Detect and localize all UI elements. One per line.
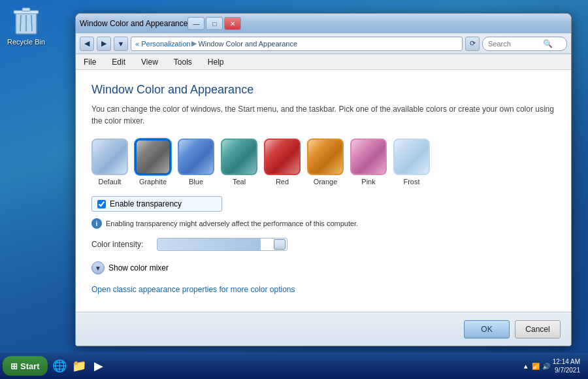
svg-line-5	[31, 15, 32, 31]
breadcrumb-root[interactable]: « Personalization	[135, 40, 190, 48]
recycle-bin-label: Recycle Bin	[7, 38, 45, 46]
mixer-arrow-icon: ▼	[91, 261, 105, 274]
description: You can change the color of windows, the…	[91, 103, 555, 127]
swatch-label-blue: Blue	[189, 178, 203, 186]
swatch-teal[interactable]	[221, 139, 257, 175]
menu-edit[interactable]: Edit	[109, 56, 128, 68]
start-button[interactable]: ⊞ Start	[3, 356, 48, 376]
menu-help[interactable]: Help	[205, 56, 227, 68]
title-bar-text: Window Color and Appearance	[80, 19, 188, 28]
address-bar: ◀ ▶ ▼ « Personalization ▶ Window Color a…	[76, 33, 571, 54]
desktop: Recycle Bin Window Color and Appearance …	[0, 0, 588, 379]
swatch-label-frost: Frost	[403, 178, 419, 186]
show-mixer-label: Show color mixer	[108, 263, 169, 272]
search-box: 🔍	[482, 37, 567, 51]
title-bar: Window Color and Appearance — □ ✕	[76, 14, 571, 33]
clock-time: 12:14 AM	[553, 357, 580, 366]
menu-file[interactable]: File	[81, 56, 99, 68]
intensity-track	[157, 239, 261, 250]
main-window: Window Color and Appearance — □ ✕ ◀ ▶ ▼ …	[75, 13, 572, 346]
close-button[interactable]: ✕	[224, 17, 241, 30]
menu-bar: File Edit View Tools Help	[76, 54, 571, 70]
breadcrumb-separator: ▶	[191, 39, 197, 48]
swatch-frost[interactable]	[393, 139, 430, 175]
forward-button[interactable]: ▶	[97, 37, 111, 51]
transparency-checkbox[interactable]	[97, 200, 106, 208]
refresh-button[interactable]: ⟳	[465, 37, 480, 51]
svg-rect-2	[22, 8, 30, 11]
swatch-label-default: Default	[99, 178, 122, 186]
swatch-label-orange: Orange	[314, 178, 338, 186]
taskbar-items: 🌐 📁 ▶	[50, 357, 515, 375]
swatch-item-blue[interactable]: Blue	[178, 139, 214, 186]
tray-icon-volume: 🔊	[542, 363, 550, 370]
breadcrumb-current: Window Color and Appearance	[198, 40, 297, 48]
cancel-button[interactable]: Cancel	[515, 320, 561, 338]
intensity-thumb[interactable]	[274, 239, 286, 250]
classic-link[interactable]: Open classic appearance properties for m…	[91, 285, 295, 294]
swatch-label-pink: Pink	[361, 178, 375, 186]
intensity-slider[interactable]	[157, 238, 287, 251]
clock: 12:14 AM 9/7/2021	[553, 357, 580, 374]
taskbar-ie-icon[interactable]: 🌐	[50, 357, 69, 375]
title-bar-buttons: — □ ✕	[188, 17, 241, 30]
intensity-row: Color intensity:	[91, 238, 555, 251]
swatch-red[interactable]	[264, 139, 301, 175]
swatch-pink[interactable]	[350, 139, 387, 175]
system-tray: ▲ 📶 🔊 12:14 AM 9/7/2021	[517, 357, 585, 374]
transparency-label: Enable transparency	[110, 199, 182, 208]
taskbar: ⊞ Start 🌐 📁 ▶ ▲ 📶 🔊 12:14 AM 9/7/2021	[0, 353, 588, 379]
ok-button[interactable]: OK	[464, 320, 510, 338]
search-input[interactable]	[488, 40, 540, 48]
swatch-item-red[interactable]: Red	[264, 139, 301, 186]
breadcrumb: « Personalization ▶ Window Color and App…	[131, 37, 463, 51]
recycle-bin-icon[interactable]: Recycle Bin	[7, 7, 46, 46]
tray-icon-network: 📶	[532, 363, 540, 370]
swatch-item-teal[interactable]: Teal	[221, 139, 257, 186]
svg-line-3	[20, 15, 21, 31]
intensity-label: Color intensity:	[91, 240, 150, 249]
swatch-label-red: Red	[276, 178, 289, 186]
transparency-row[interactable]: Enable transparency	[91, 196, 222, 212]
dropdown-button[interactable]: ▼	[114, 37, 128, 51]
swatch-item-pink[interactable]: Pink	[350, 139, 387, 186]
content-area: Window Color and Appearance You can chan…	[76, 70, 571, 312]
swatch-label-graphite: Graphite	[139, 178, 167, 186]
swatch-blue[interactable]	[178, 139, 214, 175]
clock-date: 9/7/2021	[553, 366, 580, 374]
swatch-item-default[interactable]: Default	[91, 139, 128, 186]
menu-view[interactable]: View	[139, 56, 161, 68]
bottom-bar: OK Cancel	[76, 312, 571, 346]
start-label: Start	[20, 361, 40, 371]
swatch-item-orange[interactable]: Orange	[307, 139, 344, 186]
start-orb-icon: ⊞	[10, 361, 18, 371]
swatch-orange[interactable]	[307, 139, 344, 175]
maximize-button[interactable]: □	[206, 17, 223, 30]
page-title: Window Color and Appearance	[91, 83, 555, 97]
back-button[interactable]: ◀	[80, 37, 94, 51]
minimize-button[interactable]: —	[188, 17, 204, 30]
taskbar-folder-icon[interactable]: 📁	[70, 357, 88, 375]
taskbar-media-icon[interactable]: ▶	[90, 357, 108, 375]
info-icon: i	[91, 218, 102, 229]
search-icon: 🔍	[543, 39, 553, 48]
tray-icon-1: ▲	[523, 363, 529, 370]
menu-tools[interactable]: Tools	[171, 56, 195, 68]
swatch-item-frost[interactable]: Frost	[393, 139, 430, 186]
color-swatches: Default Graphite Blue Teal Red	[91, 139, 555, 186]
info-text: Enabling transparency might adversely af…	[106, 220, 358, 227]
swatch-default[interactable]	[91, 139, 128, 175]
swatch-graphite[interactable]	[135, 139, 171, 175]
info-row: i Enabling transparency might adversely …	[91, 218, 555, 229]
swatch-item-graphite[interactable]: Graphite	[135, 139, 171, 186]
swatch-label-teal: Teal	[233, 178, 246, 186]
show-mixer-row[interactable]: ▼ Show color mixer	[91, 261, 555, 274]
